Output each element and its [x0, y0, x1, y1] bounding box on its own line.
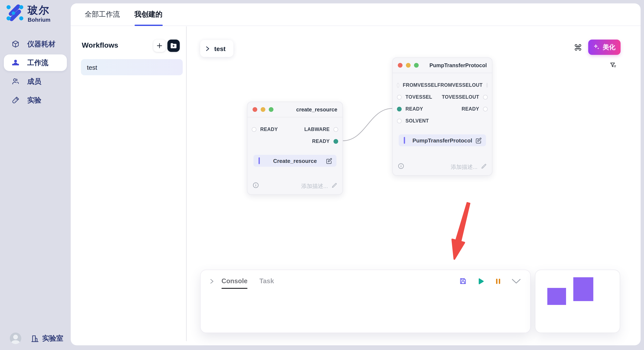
console-expand-icon[interactable]	[210, 278, 214, 284]
tab-created-by-me[interactable]: 我创建的	[134, 3, 162, 25]
output-port-fromvesselout[interactable]	[486, 83, 488, 87]
box-icon	[12, 40, 20, 48]
node-header: create_resource	[248, 102, 342, 117]
tab-all-workflows[interactable]: 全部工作流	[85, 3, 120, 25]
node-action-button[interactable]: PumpTransferProtocol	[399, 134, 486, 146]
node-PumpTransferProtocol[interactable]: PumpTransferProtocolFROMVESSELFROMVESSEL…	[392, 57, 492, 176]
edit-icon[interactable]	[326, 158, 332, 166]
minimap[interactable]	[535, 270, 620, 333]
brand-name-cn: 玻尔	[28, 4, 50, 16]
port-label: SOLVENT	[406, 118, 429, 123]
avatar[interactable]	[10, 333, 21, 344]
active-tab-underline	[134, 24, 162, 26]
import-folder-button[interactable]	[168, 39, 180, 52]
app-root: 玻尔 Bohrium 仪器耗材工作流成员实验 实验室 全部工作流我创建的 Wor…	[0, 0, 644, 350]
console-tab-console[interactable]: Console	[222, 274, 248, 288]
tab-label: 我创建的	[134, 10, 162, 19]
input-port-ready[interactable]	[252, 127, 256, 132]
port-row: TOVESSELTOVESSELOUT	[393, 91, 492, 103]
console-tab-label: Task	[260, 277, 274, 285]
lab-label[interactable]: 实验室	[42, 334, 63, 343]
node-action-label: Create_resource	[273, 158, 317, 164]
output-port-ready[interactable]	[334, 139, 338, 144]
minimap-node-rect	[573, 277, 593, 301]
sidebar-footer: 实验室	[10, 333, 63, 344]
output-port-tovesselout[interactable]	[483, 95, 488, 99]
output-port-ready[interactable]	[483, 107, 488, 111]
port-row: READYREADY	[393, 103, 492, 115]
input-port-ready[interactable]	[397, 107, 402, 111]
sidebar-item-label: 工作流	[27, 58, 48, 67]
workflow-list-item[interactable]: test	[81, 59, 183, 75]
node-header: PumpTransferProtocol	[393, 58, 492, 73]
workflows-title: Workflows	[82, 41, 118, 50]
console-tab-task[interactable]: Task	[260, 274, 274, 288]
accent-bar	[404, 137, 405, 144]
bohrium-logo-icon	[6, 4, 24, 22]
node-title: PumpTransferProtocol	[419, 62, 487, 68]
sidebar-item-instruments[interactable]: 仪器耗材	[4, 36, 67, 52]
sidebar-item-label: 实验	[27, 95, 41, 105]
command-icon[interactable]: ⌘	[574, 42, 582, 53]
node-action-label: PumpTransferProtocol	[412, 137, 472, 144]
pencil-icon[interactable]	[481, 163, 487, 171]
node-footer: 添加描述...	[252, 182, 337, 190]
console-tab-underline	[222, 288, 248, 289]
console-tab-label: Console	[222, 277, 248, 285]
description-placeholder[interactable]: 添加描述...	[301, 182, 328, 190]
chevron-right-icon	[206, 46, 210, 51]
workflow-icon	[12, 59, 20, 67]
sidebar-nav: 仪器耗材工作流成员实验	[4, 36, 67, 111]
sidebar-item-workflows[interactable]: 工作流	[4, 54, 67, 71]
collapse-console-button[interactable]	[512, 278, 521, 284]
brand-name-en: Bohrium	[28, 16, 50, 23]
minimap-node-rect	[547, 288, 566, 305]
port-label: READY	[462, 106, 479, 111]
port-label: FROMVESSEL	[403, 82, 437, 88]
console-panel: ConsoleTask	[200, 270, 531, 333]
sidebar-item-experiments[interactable]: 实验	[4, 92, 67, 108]
workflow-list: test	[81, 59, 183, 78]
brand: 玻尔 Bohrium	[6, 4, 50, 23]
info-icon[interactable]	[252, 182, 259, 190]
filter-icon[interactable]	[610, 62, 617, 71]
breadcrumb-label: test	[214, 45, 226, 52]
beautify-label: 美化	[603, 43, 616, 51]
sparkles-icon	[593, 44, 600, 51]
input-port-fromvessel[interactable]	[397, 83, 399, 87]
node-create_resource[interactable]: create_resourceREADYLABWAREREADYCreate_r…	[247, 102, 343, 195]
beautify-button[interactable]: 美化	[588, 39, 620, 55]
input-port-tovessel[interactable]	[397, 95, 402, 99]
input-port-solvent[interactable]	[397, 118, 402, 123]
column-divider	[186, 26, 186, 341]
pause-button[interactable]	[494, 278, 502, 285]
breadcrumb[interactable]: test	[200, 40, 234, 57]
port-label: READY	[260, 127, 278, 132]
save-button[interactable]	[459, 277, 467, 285]
experiment-icon	[12, 96, 20, 104]
members-icon	[12, 77, 20, 85]
node-title: create_resource	[274, 107, 337, 113]
port-label: READY	[406, 106, 423, 111]
port-label: FROMVESSELOUT	[438, 82, 482, 88]
node-action-button[interactable]: Create_resource	[254, 155, 336, 167]
port-label: LABWARE	[304, 127, 330, 132]
save-icon	[459, 277, 467, 285]
port-row: READYLABWARE	[248, 123, 342, 135]
edit-icon[interactable]	[475, 137, 482, 145]
sidebar-item-label: 仪器耗材	[27, 39, 55, 49]
sidebar-item-members[interactable]: 成员	[4, 73, 67, 90]
run-button[interactable]	[476, 277, 485, 285]
pencil-icon[interactable]	[331, 182, 337, 190]
info-icon[interactable]	[398, 163, 404, 171]
sidebar-item-label: 成员	[27, 77, 41, 86]
port-row: READY	[248, 135, 342, 147]
description-placeholder[interactable]: 添加描述...	[451, 163, 478, 171]
output-port-labware[interactable]	[334, 127, 338, 132]
play-icon	[476, 277, 485, 285]
pause-icon	[494, 278, 502, 285]
add-workflow-button[interactable]	[153, 39, 166, 52]
accent-bar	[258, 157, 260, 164]
sidebar: 玻尔 Bohrium 仪器耗材工作流成员实验 实验室	[0, 0, 71, 350]
traffic-dots-icon	[252, 107, 274, 112]
